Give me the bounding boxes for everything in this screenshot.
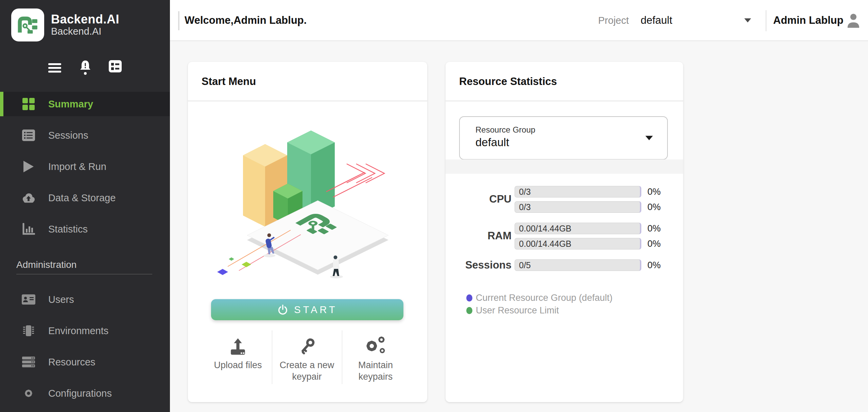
- notifications-bell-icon[interactable]: [79, 60, 92, 75]
- actions-divider: [342, 330, 342, 384]
- admin-section-divider: [16, 274, 152, 274]
- legend-item-current-resource-group: Current Resource Group (default): [466, 293, 612, 303]
- welcome-accent-bar: [178, 11, 179, 30]
- project-label: Project: [598, 15, 629, 26]
- card-title: Start Menu: [202, 75, 256, 88]
- resource-statistics-header: Resource Statistics: [446, 62, 683, 101]
- legend-label: Current Resource Group (default): [476, 293, 612, 303]
- actions-divider: [272, 330, 272, 384]
- upload-icon: [206, 330, 270, 356]
- section-gap: [446, 159, 683, 174]
- brand-title: Backend.AI: [51, 12, 119, 27]
- resource-group-value: default: [475, 136, 509, 149]
- id-card-icon: [22, 293, 35, 306]
- legend-dot-green: [466, 307, 472, 314]
- caret-down-icon[interactable]: [744, 18, 752, 23]
- sidebar-item-label: Configurations: [48, 388, 112, 399]
- sidebar-item-configurations[interactable]: Configurations: [0, 381, 170, 406]
- legend-label: User Resource Limit: [476, 305, 559, 316]
- list-icon: [22, 128, 35, 142]
- power-icon: [277, 304, 289, 315]
- maintain-keypairs-action[interactable]: Maintain keypairs: [343, 330, 408, 383]
- legend-dot-purple: [466, 294, 472, 302]
- sidebar: Backend.AI Backend.AI: [0, 0, 170, 412]
- action-label: Create a new keypair: [275, 360, 339, 383]
- active-indicator: [0, 92, 3, 116]
- start-menu-card: Start Menu: [188, 62, 427, 402]
- sidebar-item-label: Environments: [48, 325, 108, 337]
- bar-value: 0.00/14.44GB: [519, 239, 571, 249]
- caret-down-icon: [645, 135, 654, 141]
- sessions-usage-bar: 0/5: [515, 259, 641, 271]
- sidebar-toolbar: [0, 58, 170, 78]
- bar-percent: 0%: [647, 239, 661, 249]
- hamburger-menu-icon[interactable]: [48, 63, 61, 73]
- sidebar-item-label: Summary: [48, 99, 93, 110]
- topbar: Welcome,Admin Lablup. Project default Ad…: [170, 0, 868, 41]
- bar-percent: 0%: [647, 223, 661, 234]
- resource-statistics-card: Resource Statistics Resource Group defau…: [446, 62, 683, 402]
- panels-toggle-icon[interactable]: [109, 60, 122, 72]
- sidebar-item-environments[interactable]: Environments: [0, 319, 170, 343]
- backend-ai-console: Backend.AI Backend.AI: [0, 0, 868, 412]
- play-icon: [22, 160, 35, 173]
- cpu-usage-bar-1: 0/3: [515, 186, 641, 198]
- project-select[interactable]: default: [641, 14, 672, 27]
- user-name: Admin Lablup: [773, 14, 844, 27]
- meter-name-ram: RAM: [457, 230, 511, 242]
- key-icon: [275, 330, 339, 356]
- cpu-usage-bar-2: 0/3: [515, 201, 641, 213]
- welcome-message: Welcome,Admin Lablup.: [185, 14, 307, 27]
- upload-files-action[interactable]: Upload files: [206, 330, 270, 371]
- admin-section-title: Administration: [16, 259, 76, 270]
- start-button[interactable]: START: [211, 299, 403, 320]
- card-title: Resource Statistics: [459, 75, 557, 88]
- bar-value: 0/5: [519, 260, 531, 270]
- cloud-upload-icon: [22, 191, 35, 205]
- legend-item-user-resource-limit: User Resource Limit: [466, 305, 559, 316]
- sidebar-item-label: Statistics: [48, 224, 88, 235]
- bar-value: 0/3: [519, 202, 531, 212]
- start-menu-header: Start Menu: [188, 62, 427, 101]
- action-label: Upload files: [206, 360, 270, 371]
- backend-ai-illustration: [202, 113, 413, 279]
- sidebar-item-data-storage[interactable]: Data & Storage: [0, 186, 170, 210]
- meter-name-sessions: Sessions: [457, 259, 511, 271]
- meter-name-cpu: CPU: [457, 193, 511, 205]
- sidebar-item-users[interactable]: Users: [0, 287, 170, 312]
- resource-group-label: Resource Group: [475, 125, 535, 135]
- quick-actions: Upload files Create a new keypair: [188, 330, 427, 398]
- sidebar-item-sessions[interactable]: Sessions: [0, 123, 170, 148]
- sidebar-item-label: Import & Run: [48, 161, 106, 172]
- bar-value: 0/3: [519, 187, 531, 197]
- sidebar-item-label: Data & Storage: [48, 192, 116, 204]
- ram-usage-bar-2: 0.00/14.44GB: [515, 238, 641, 250]
- sidebar-item-summary[interactable]: Summary: [0, 92, 170, 116]
- person-icon[interactable]: [846, 12, 861, 29]
- sidebar-item-import-run[interactable]: Import & Run: [0, 154, 170, 179]
- create-keypair-action[interactable]: Create a new keypair: [275, 330, 339, 383]
- sidebar-item-statistics[interactable]: Statistics: [0, 217, 170, 241]
- backend-ai-logo-glyph: [17, 15, 39, 35]
- bar-value: 0.00/14.44GB: [519, 224, 571, 234]
- backend-ai-logo[interactable]: [11, 8, 44, 41]
- resource-group-select[interactable]: Resource Group default: [459, 116, 668, 160]
- action-label: Maintain keypairs: [343, 360, 408, 383]
- bar-chart-icon: [22, 222, 35, 236]
- grid-icon: [22, 97, 35, 111]
- microchip-icon: [22, 324, 35, 338]
- bar-percent: 0%: [647, 260, 661, 271]
- brand-subtitle: Backend.AI: [51, 26, 101, 37]
- topbar-divider: [766, 10, 766, 31]
- bar-percent: 0%: [647, 202, 661, 212]
- bar-percent: 0%: [647, 187, 661, 197]
- sidebar-item-label: Resources: [48, 357, 96, 368]
- start-button-label: START: [294, 304, 337, 315]
- ram-usage-bar-1: 0.00/14.44GB: [515, 223, 641, 234]
- server-icon: [22, 355, 35, 369]
- sidebar-item-label: Users: [48, 294, 74, 305]
- gears-icon: [343, 330, 408, 356]
- sidebar-item-label: Sessions: [48, 130, 88, 141]
- gear-icon: [22, 387, 35, 400]
- sidebar-item-resources[interactable]: Resources: [0, 350, 170, 374]
